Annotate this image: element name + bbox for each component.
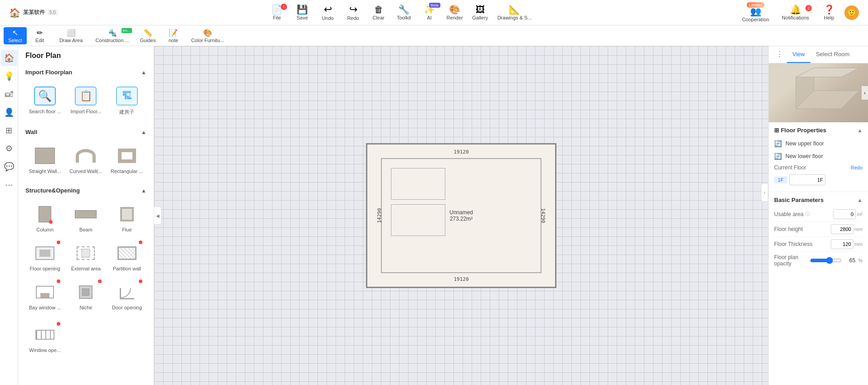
floor-opening-item[interactable]: Floor opening (25, 238, 64, 275)
preview-collapse-button[interactable]: › (862, 86, 868, 100)
floor-thickness-input[interactable] (831, 239, 853, 249)
door-opening-item[interactable]: Door opening (107, 277, 146, 314)
usable-area-row: Usable area ⓘ m² (774, 207, 863, 222)
external-area-item[interactable]: External area (66, 238, 105, 275)
flue-item[interactable]: Flue (107, 199, 146, 236)
usable-area-input[interactable] (833, 209, 856, 219)
params-toggle[interactable]: ▲ (857, 197, 863, 203)
niche-item[interactable]: Niche (66, 277, 105, 314)
ai-button[interactable]: Beta ✨ AI (418, 2, 441, 24)
edit-label: Edit (35, 38, 44, 43)
notifications-button[interactable]: 2 🔔 Notifications (777, 3, 814, 22)
import-floorplan-item[interactable]: 📋 Import Floor... (66, 81, 105, 120)
note-button[interactable]: 📝 note (162, 27, 185, 44)
nav-chat[interactable]: 💬 (1, 159, 17, 175)
beam-label: Beam (79, 227, 93, 232)
undo-button[interactable]: ↩ Undo (316, 2, 340, 24)
select-room-tab[interactable]: Select Room (810, 46, 855, 63)
usable-area-info-icon: ⓘ (805, 211, 810, 217)
search-floor-icon: 🔍 (32, 85, 58, 107)
import-section-header[interactable]: Import Floorplan ▲ (18, 65, 154, 79)
window-opening-item[interactable]: Window ope... (25, 320, 64, 357)
floor-properties-toggle[interactable]: ▲ (857, 127, 863, 134)
floor-opacity-slider[interactable] (810, 257, 842, 264)
toolkit-button[interactable]: 🔧 Toolkit (392, 2, 416, 24)
nav-light[interactable]: 💡 (1, 68, 17, 84)
main-area: 🏠 💡 🛋 👤 ⊞ ⚙ 💬 ⋯ Floor Plan Import Floorp… (0, 46, 868, 385)
gallery-button[interactable]: 🖼 Gallery (468, 2, 492, 24)
help-label: Help (824, 15, 834, 20)
external-area-icon (73, 242, 98, 264)
straight-wall-item[interactable]: Straight Wall... (25, 141, 64, 178)
save-label: Save (297, 15, 308, 20)
door-opening-visual (118, 285, 136, 299)
canvas-area[interactable]: ◀ 19120 19120 14290 14290 Unnamed 273.22… (154, 46, 768, 385)
floor-height-label: Floor height (774, 226, 831, 232)
redo-link[interactable]: Redo (851, 165, 863, 170)
structure-section-header[interactable]: Structure&Opening ▲ (18, 183, 154, 197)
file-button[interactable]: 📄 File ! (265, 2, 289, 24)
render-button[interactable]: 🎨 Render (443, 2, 467, 24)
right-panel: › ⋮ View Select Room › ⊞ (768, 46, 868, 385)
column-item[interactable]: Column (25, 199, 64, 236)
right-expand-button[interactable]: › (761, 183, 768, 202)
jianzhuzi-item[interactable]: 🏗 建房子 (107, 81, 146, 120)
left-panel: Floor Plan Import Floorplan ▲ 🔍 Search f… (18, 46, 154, 385)
logo-area: 🏠 某某软件 5.0 (4, 7, 63, 18)
draw-area-button[interactable]: ⬜ Draw Area (53, 27, 89, 44)
color-furniture-button[interactable]: 🎨 Color Furnitu... (186, 27, 229, 44)
construction-button[interactable]: lim... 🔩 Construction ... (91, 27, 134, 44)
import-grid: 🔍 Search floor ... 📋 Import Floor... 🏗 建… (18, 79, 154, 125)
nav-settings[interactable]: ⚙ (1, 140, 17, 157)
wall-chevron-icon: ▲ (141, 129, 146, 135)
help-button[interactable]: ❓ Help (817, 3, 841, 22)
nav-person[interactable]: 👤 (1, 104, 17, 120)
cooperation-button[interactable]: Limited 👥 Cooperation (737, 1, 774, 24)
basic-parameters-section: Basic Parameters ▲ Usable area ⓘ m² Floo… (769, 192, 868, 274)
new-lower-floor-action[interactable]: 🔄 New lower floor (774, 150, 863, 163)
beam-visual (75, 210, 97, 218)
user-avatar[interactable]: 🙂 (844, 5, 859, 20)
bay-window-item[interactable]: Bay window ... (25, 277, 64, 314)
room-preview: › (769, 63, 868, 122)
new-lower-floor-label: New lower floor (785, 153, 823, 159)
wall-section-header[interactable]: Wall ▲ (18, 125, 154, 139)
nav-furniture[interactable]: 🛋 (1, 86, 17, 102)
drawings-button[interactable]: 📐 Drawings & S... (494, 2, 536, 24)
beta-badge: Beta (429, 3, 440, 8)
new-upper-floor-action[interactable]: 🔄 New upper floor (774, 137, 863, 150)
view-tab[interactable]: View (787, 46, 810, 63)
rect-wall-item[interactable]: Rectangular ... (107, 141, 146, 178)
floor-opacity-row: Floor plan opacity 65 % (774, 252, 863, 269)
edit-tool-button[interactable]: ✏ Edit (29, 27, 51, 44)
search-floor-item[interactable]: 🔍 Search floor ... (25, 81, 64, 120)
nav-layers[interactable]: ⊞ (1, 122, 17, 139)
version-badge: 5.0 (48, 10, 58, 15)
curved-wall-item[interactable]: Curved Wall(... (66, 141, 105, 178)
guides-button[interactable]: 📏 Guides (136, 27, 161, 44)
panel-collapse-button[interactable]: ◀ (154, 207, 161, 225)
beam-icon (73, 203, 98, 225)
partition-wall-item[interactable]: Partition wall (107, 238, 146, 275)
save-button[interactable]: 💾 Save (291, 2, 314, 24)
redo-button[interactable]: ↪ Redo (341, 2, 365, 24)
right-panel-tabs: ⋮ View Select Room (769, 46, 868, 63)
room-area-text: 273.22m² (449, 216, 473, 222)
floor-name-input[interactable] (789, 174, 825, 185)
gallery-label: Gallery (472, 15, 488, 20)
search-floor-visual: 🔍 (34, 87, 56, 106)
clear-button[interactable]: 🗑 Clear (367, 2, 390, 24)
beam-item[interactable]: Beam (66, 199, 105, 236)
logo-text: 某某软件 (23, 9, 45, 16)
dim-top: 19120 (454, 149, 468, 155)
nav-home[interactable]: 🏠 (1, 50, 17, 66)
niche-label: Niche (79, 305, 92, 310)
wall-grid: Straight Wall... Curved Wall(... Rectang… (18, 139, 154, 183)
cooperation-icon: 👥 (750, 7, 761, 16)
nav-more[interactable]: ⋯ (1, 177, 17, 193)
guides-icon: 📏 (143, 29, 152, 37)
right-panel-dots[interactable]: ⋮ (772, 46, 787, 63)
file-label: File (273, 15, 281, 20)
floor-height-input[interactable] (831, 224, 853, 234)
select-tool-button[interactable]: ↖ Select (4, 27, 27, 44)
